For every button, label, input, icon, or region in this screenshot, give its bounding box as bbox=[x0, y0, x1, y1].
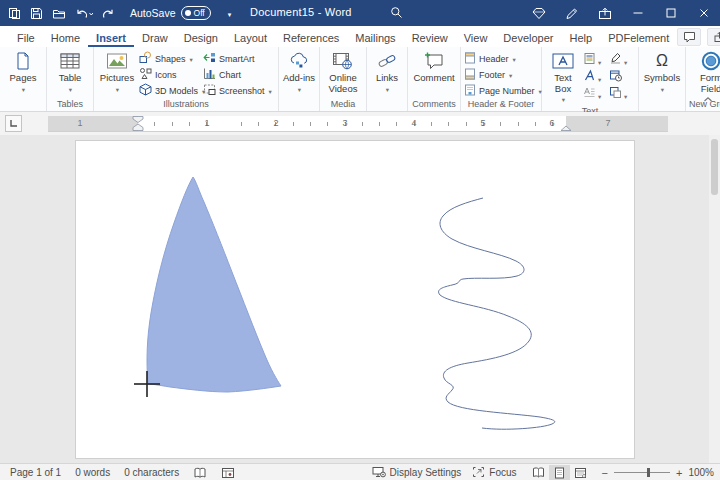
print-layout-button[interactable] bbox=[549, 465, 570, 480]
ruler-number: 2 bbox=[273, 118, 278, 129]
zoom-out-icon[interactable] bbox=[602, 467, 608, 479]
group-symbols: Symbols bbox=[639, 47, 686, 111]
zoom-slider[interactable] bbox=[614, 472, 670, 473]
pencil-icon[interactable] bbox=[555, 0, 588, 26]
save-icon[interactable] bbox=[30, 7, 43, 20]
close-button[interactable] bbox=[687, 0, 720, 26]
tab-developer[interactable]: Developer bbox=[495, 29, 561, 47]
character-count[interactable]: 0 characters bbox=[124, 467, 179, 478]
screenshot-button[interactable]: Screenshot bbox=[203, 83, 275, 98]
comment-label: Comment bbox=[413, 73, 454, 84]
form-field-icon bbox=[699, 50, 720, 72]
page-indicator[interactable]: Page 1 of 1 bbox=[10, 467, 61, 478]
tab-insert[interactable]: Insert bbox=[88, 29, 134, 47]
smartart-icon bbox=[203, 51, 216, 66]
ruler-number: 1 bbox=[77, 118, 82, 129]
form-field-button[interactable]: Form Field bbox=[689, 50, 720, 94]
tab-design[interactable]: Design bbox=[176, 29, 226, 47]
diamond-icon[interactable] bbox=[522, 0, 555, 26]
smartart-button[interactable]: SmartArt bbox=[203, 51, 275, 66]
tab-references[interactable]: References bbox=[275, 29, 347, 47]
document-area[interactable] bbox=[0, 135, 720, 463]
symbols-button[interactable]: Symbols bbox=[642, 50, 682, 94]
display-settings-button[interactable]: Display Settings bbox=[372, 466, 462, 480]
zoom-slider-handle[interactable] bbox=[647, 468, 650, 477]
shapes-button[interactable]: Shapes bbox=[139, 51, 201, 66]
read-mode-button[interactable] bbox=[528, 465, 549, 480]
new-comment-icon bbox=[423, 50, 445, 72]
macro-record-icon[interactable] bbox=[221, 467, 235, 479]
search-icon[interactable] bbox=[390, 6, 403, 21]
tab-file[interactable]: File bbox=[9, 29, 43, 47]
dropdown-arrow-icon bbox=[623, 85, 627, 103]
display-settings-icon bbox=[372, 466, 386, 480]
drop-cap-button[interactable] bbox=[583, 85, 609, 103]
maximize-button[interactable] bbox=[654, 0, 687, 26]
word-count[interactable]: 0 words bbox=[75, 467, 110, 478]
open-folder-icon[interactable] bbox=[52, 7, 66, 20]
add-ins-button[interactable]: Add-ins bbox=[282, 50, 316, 94]
tab-mailings[interactable]: Mailings bbox=[347, 29, 403, 47]
proofing-icon[interactable] bbox=[193, 467, 207, 479]
icons-button[interactable]: Icons bbox=[139, 67, 201, 82]
date-time-button[interactable] bbox=[609, 68, 635, 86]
share-window-icon[interactable] bbox=[588, 0, 621, 26]
3d-models-button[interactable]: 3D Models bbox=[139, 83, 201, 98]
focus-button[interactable]: Focus bbox=[472, 466, 516, 480]
comment-button[interactable]: Comment bbox=[411, 50, 457, 84]
right-indent-marker[interactable] bbox=[560, 123, 572, 131]
pages-button[interactable]: Pages bbox=[3, 50, 43, 94]
add-ins-icon bbox=[288, 50, 310, 72]
tab-help[interactable]: Help bbox=[562, 29, 601, 47]
media-group-label: Media bbox=[323, 98, 363, 111]
shapes-label: Shapes bbox=[155, 54, 186, 64]
web-layout-button[interactable] bbox=[570, 465, 591, 480]
signature-line-button[interactable] bbox=[609, 51, 635, 69]
share-button[interactable] bbox=[707, 28, 720, 46]
zoom-in-icon[interactable] bbox=[676, 467, 682, 479]
indent-markers[interactable] bbox=[132, 116, 144, 131]
comments-button[interactable] bbox=[677, 28, 701, 46]
object-button[interactable] bbox=[609, 85, 635, 103]
tab-review[interactable]: Review bbox=[404, 29, 456, 47]
tab-stop-selector[interactable] bbox=[5, 115, 22, 132]
collapse-ribbon-icon[interactable] bbox=[703, 89, 713, 107]
titlebar: AutoSave Off Document15 - Word bbox=[0, 0, 720, 26]
footer-button[interactable]: Footer bbox=[464, 67, 538, 82]
table-button[interactable]: Table bbox=[50, 50, 90, 94]
undo-icon[interactable] bbox=[75, 7, 93, 20]
zoom-level[interactable]: 100% bbox=[688, 467, 714, 478]
pictures-button[interactable]: Pictures bbox=[97, 50, 137, 94]
dropdown-arrow-icon bbox=[597, 51, 601, 69]
footer-icon bbox=[464, 68, 476, 82]
document-page[interactable] bbox=[75, 140, 635, 459]
freeform-triangle-shape bbox=[147, 177, 281, 392]
header-button[interactable]: Header bbox=[464, 51, 538, 66]
comment-bubble-icon bbox=[683, 31, 696, 43]
focus-icon bbox=[472, 466, 485, 480]
autosave-toggle[interactable]: AutoSave Off bbox=[130, 6, 211, 20]
vertical-scrollbar[interactable] bbox=[709, 135, 720, 463]
qat-dropdown-icon[interactable] bbox=[228, 7, 232, 19]
tab-draw[interactable]: Draw bbox=[134, 29, 176, 47]
tab-home[interactable]: Home bbox=[43, 29, 88, 47]
ribbon: Pages Table Tables bbox=[0, 47, 720, 112]
tabrow-right bbox=[677, 28, 720, 47]
scrollbar-thumb[interactable] bbox=[711, 139, 718, 195]
text-box-button[interactable]: Text Box bbox=[545, 50, 581, 105]
document-pages-icon[interactable] bbox=[8, 7, 21, 20]
redo-icon[interactable] bbox=[102, 7, 115, 20]
chart-button[interactable]: Chart bbox=[203, 67, 275, 82]
wordart-button[interactable] bbox=[583, 68, 609, 86]
links-button[interactable]: Links bbox=[370, 50, 404, 94]
page-number-button[interactable]: Page Number bbox=[464, 83, 538, 98]
tab-pdfelement[interactable]: PDFelement bbox=[600, 29, 677, 47]
horizontal-ruler[interactable]: 1 1 2 3 4 5 6 7 bbox=[48, 116, 668, 132]
3d-models-icon bbox=[139, 83, 152, 98]
tab-layout[interactable]: Layout bbox=[226, 29, 275, 47]
tab-view[interactable]: View bbox=[456, 29, 496, 47]
group-addins: Add-ins bbox=[279, 47, 320, 111]
quick-parts-button[interactable] bbox=[583, 51, 609, 69]
online-videos-button[interactable]: Online Videos bbox=[323, 50, 363, 94]
minimize-button[interactable] bbox=[621, 0, 654, 26]
